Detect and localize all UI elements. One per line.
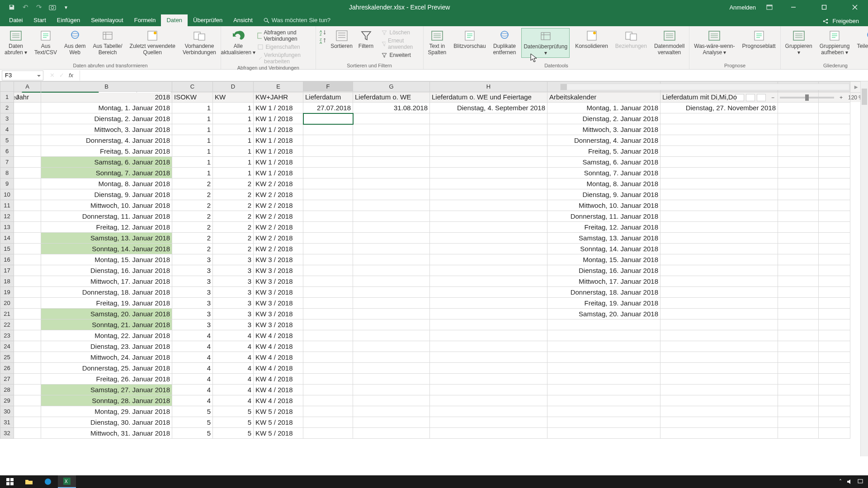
qat-dropdown-icon[interactable]: ▼ [62,4,70,11]
row-header-6[interactable]: 6 [0,146,14,157]
cell-E16[interactable]: KW 3 / 2018 [254,254,303,265]
cell-J21[interactable] [660,309,778,319]
cell-E32[interactable]: KW 5 / 2018 [254,428,303,439]
tray-volume-icon[interactable] [846,479,853,485]
cell-G30[interactable] [353,406,430,417]
cell-H9[interactable] [430,178,547,189]
cell-E22[interactable]: KW 3 / 2018 [254,319,303,330]
cell-E27[interactable]: KW 4 / 2018 [254,374,303,385]
cell-F21[interactable] [303,309,353,319]
cell-J30[interactable] [660,406,778,417]
cell-F8[interactable] [303,168,353,178]
cell-J11[interactable] [660,200,778,211]
col-header-F[interactable]: F [303,82,353,92]
fx-icon[interactable]: fx [69,72,73,79]
cell-C25[interactable]: 4 [172,352,213,363]
cell-G14[interactable] [353,233,430,244]
cell-G19[interactable] [353,287,430,298]
cell-D16[interactable]: 3 [213,254,254,265]
cell-H31[interactable] [430,417,547,428]
cell-F17[interactable] [303,265,353,276]
cell-E11[interactable]: KW 2 / 2018 [254,200,303,211]
cell-H1[interactable]: Lieferdatum o. WE und Feiertage [430,92,547,103]
row-header-24[interactable]: 24 [0,341,14,352]
cell-B10[interactable]: Dienstag, 9. Januar 2018 [41,189,172,200]
tab-überprüfen[interactable]: Überprüfen [188,14,228,26]
cell-J4[interactable] [660,124,778,135]
cell-F18[interactable] [303,276,353,287]
cell-G20[interactable] [353,298,430,309]
cell-E19[interactable]: KW 3 / 2018 [254,287,303,298]
cell-D1[interactable]: KW [213,92,254,103]
cell-I2[interactable]: Montag, 1. Januar 2018 [547,103,660,113]
g0-btn-5[interactable]: Vorhandene Verbindungen [181,28,218,57]
g5-btn-1[interactable]: Gruppierung aufheben ▾ [818,28,852,57]
cell-J12[interactable] [660,211,778,222]
cell-C1[interactable]: ISOKW [172,92,213,103]
cell-J10[interactable] [660,189,778,200]
cell-G18[interactable] [353,276,430,287]
cell-E20[interactable]: KW 3 / 2018 [254,298,303,309]
cell-J7[interactable] [660,157,778,168]
cell-C20[interactable]: 3 [172,298,213,309]
cell-E13[interactable]: KW 2 / 2018 [254,222,303,233]
row-header-18[interactable]: 18 [0,276,14,287]
g4-btn-1[interactable]: Prognoseblatt [741,28,778,51]
cell-E2[interactable]: KW 1 / 2018 [254,103,303,113]
row-header-11[interactable]: 11 [0,200,14,211]
cell-F16[interactable] [303,254,353,265]
cell-I10[interactable]: Dienstag, 9. Januar 2018 [547,189,660,200]
cell-B9[interactable]: Montag, 8. Januar 2018 [41,178,172,189]
cell-D9[interactable]: 2 [213,178,254,189]
cell-H8[interactable] [430,168,547,178]
start-button[interactable] [1,475,19,488]
cell-H21[interactable] [430,309,547,319]
tab-start[interactable]: Start [28,14,51,26]
cell-I22[interactable] [547,319,660,330]
cell-E7[interactable]: KW 1 / 2018 [254,157,303,168]
cell-B29[interactable]: Sonntag, 28. Januar 2018 [41,395,172,406]
cell-H24[interactable] [430,341,547,352]
cell-C13[interactable]: 2 [172,222,213,233]
row-header-13[interactable]: 13 [0,222,14,233]
cell-G2[interactable]: 31.08.2018 [353,103,430,113]
cell-H11[interactable] [430,200,547,211]
cell-D4[interactable]: 1 [213,124,254,135]
cell-I24[interactable] [547,341,660,352]
cell-F9[interactable] [303,178,353,189]
cell-I29[interactable] [547,395,660,406]
cell-C18[interactable]: 3 [172,276,213,287]
cell-F20[interactable] [303,298,353,309]
col-header-C[interactable]: C [172,82,213,92]
cell-D15[interactable]: 2 [213,244,254,254]
row-header-4[interactable]: 4 [0,124,14,135]
cell-I14[interactable]: Samstag, 13. Januar 2018 [547,233,660,244]
cell-I23[interactable] [547,330,660,341]
cell-G5[interactable] [353,135,430,146]
cell-E24[interactable]: KW 4 / 2018 [254,341,303,352]
cell-F28[interactable] [303,385,353,395]
cell-I11[interactable]: Mittwoch, 10. Januar 2018 [547,200,660,211]
cell-D6[interactable]: 1 [213,146,254,157]
cell-D24[interactable]: 4 [213,341,254,352]
cell-G17[interactable] [353,265,430,276]
cell-E25[interactable]: KW 4 / 2018 [254,352,303,363]
cell-B12[interactable]: Donnerstag, 11. Januar 2018 [41,211,172,222]
cell-C32[interactable]: 5 [172,428,213,439]
cell-C7[interactable]: 1 [172,157,213,168]
g3-btn-3[interactable]: Datenüberprüfung ▾ [521,28,570,58]
row-header-19[interactable]: 19 [0,287,14,298]
cell-D23[interactable]: 4 [213,330,254,341]
cell-J28[interactable] [660,385,778,395]
cell-C19[interactable]: 3 [172,287,213,298]
cell-F4[interactable] [303,124,353,135]
cell-D11[interactable]: 2 [213,200,254,211]
cell-B25[interactable]: Mittwoch, 24. Januar 2018 [41,352,172,363]
cell-D31[interactable]: 5 [213,417,254,428]
cell-F3[interactable] [303,113,353,124]
cell-H28[interactable] [430,385,547,395]
share-button[interactable]: Freigeben [832,18,859,24]
cell-J25[interactable] [660,352,778,363]
cell-B24[interactable]: Dienstag, 23. Januar 2018 [41,341,172,352]
cell-F15[interactable] [303,244,353,254]
